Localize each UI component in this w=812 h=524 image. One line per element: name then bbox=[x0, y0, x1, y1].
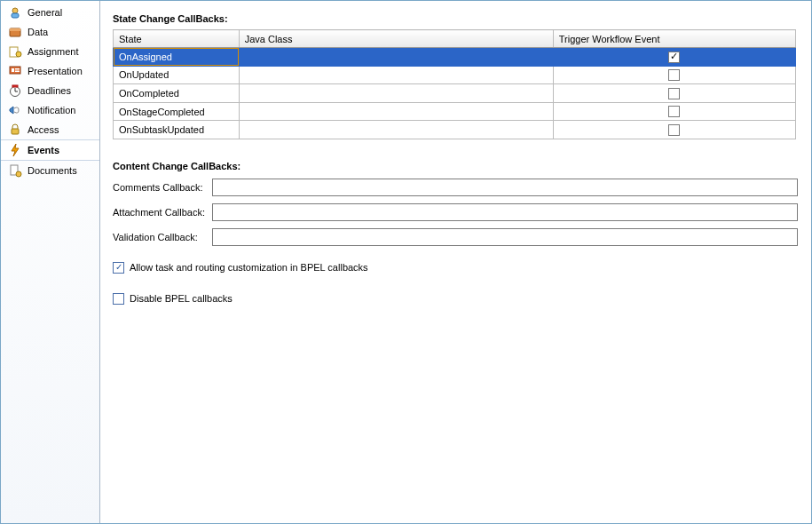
svg-rect-6 bbox=[10, 67, 20, 74]
sidebar-item-label: Assignment bbox=[28, 46, 78, 57]
svg-rect-7 bbox=[12, 68, 14, 72]
checkbox-icon[interactable]: ✓ bbox=[113, 262, 124, 274]
validation-row: Validation Callback: bbox=[113, 228, 799, 246]
sidebar-item-label: Data bbox=[28, 27, 48, 37]
cell-state[interactable]: OnAssigned bbox=[114, 48, 240, 67]
col-header-state[interactable]: State bbox=[114, 30, 240, 48]
sidebar-item-presentation[interactable]: Presentation bbox=[1, 61, 99, 81]
sidebar-item-label: Notification bbox=[28, 105, 75, 115]
checkbox-icon[interactable] bbox=[113, 293, 124, 305]
checkbox-icon[interactable] bbox=[668, 69, 680, 81]
sidebar-item-label: Events bbox=[28, 145, 59, 155]
sidebar-item-events[interactable]: Events bbox=[1, 139, 99, 161]
svg-rect-8 bbox=[15, 68, 20, 70]
cell-trigger[interactable] bbox=[553, 66, 795, 84]
content-change-title: Content Change CallBacks: bbox=[113, 161, 799, 171]
general-icon bbox=[8, 5, 22, 20]
state-change-title: State Change CallBacks: bbox=[113, 13, 799, 24]
attachment-input[interactable] bbox=[212, 203, 798, 221]
app-frame: General Data Assignment Presentation Dea… bbox=[0, 0, 812, 524]
allow-customization-label: Allow task and routing customization in … bbox=[130, 262, 368, 273]
comments-row: Comments Callback: bbox=[113, 179, 799, 196]
cell-trigger[interactable] bbox=[553, 48, 795, 67]
table-row[interactable]: OnCompleted bbox=[114, 84, 796, 103]
table-row[interactable]: OnUpdated bbox=[114, 66, 796, 84]
cell-trigger[interactable] bbox=[553, 84, 795, 103]
col-header-java[interactable]: Java Class bbox=[239, 30, 553, 48]
validation-input[interactable] bbox=[212, 228, 798, 246]
content-pane: State Change CallBacks: State Java Class… bbox=[100, 1, 811, 523]
sidebar-item-label: Deadlines bbox=[28, 85, 71, 96]
attachment-row: Attachment Callback: bbox=[113, 203, 799, 221]
checkbox-icon[interactable] bbox=[668, 106, 680, 117]
cell-state[interactable]: OnCompleted bbox=[114, 84, 240, 103]
table-row[interactable]: OnStageCompleted bbox=[114, 102, 796, 121]
checkbox-icon[interactable] bbox=[668, 88, 680, 99]
sidebar-item-general[interactable]: General bbox=[1, 3, 99, 22]
sidebar-item-access[interactable]: Access bbox=[1, 120, 99, 139]
table-row[interactable]: OnSubtaskUpdated bbox=[114, 121, 796, 139]
svg-rect-9 bbox=[15, 71, 20, 73]
cell-java[interactable] bbox=[239, 84, 553, 103]
cell-java[interactable] bbox=[239, 66, 553, 84]
sidebar-item-data[interactable]: Data bbox=[1, 22, 99, 42]
access-icon bbox=[8, 123, 22, 137]
data-icon bbox=[8, 25, 22, 39]
table-row[interactable]: OnAssigned bbox=[114, 48, 796, 67]
cell-state[interactable]: OnStageCompleted bbox=[114, 102, 240, 121]
svg-point-5 bbox=[16, 52, 21, 57]
cell-java[interactable] bbox=[239, 102, 553, 121]
checkbox-icon[interactable] bbox=[668, 52, 680, 63]
cell-state[interactable]: OnUpdated bbox=[114, 66, 240, 84]
checkbox-icon[interactable] bbox=[668, 124, 680, 136]
sidebar-item-assignment[interactable]: Assignment bbox=[1, 42, 99, 61]
attachment-label: Attachment Callback: bbox=[113, 207, 212, 218]
sidebar: General Data Assignment Presentation Dea… bbox=[1, 1, 100, 523]
sidebar-item-notification[interactable]: Notification bbox=[1, 100, 99, 120]
cell-trigger[interactable] bbox=[553, 102, 795, 121]
notification-icon bbox=[8, 103, 22, 117]
deadlines-icon bbox=[8, 83, 22, 98]
cell-java[interactable] bbox=[239, 48, 553, 67]
svg-rect-3 bbox=[10, 28, 20, 31]
presentation-icon bbox=[8, 64, 22, 78]
validation-label: Validation Callback: bbox=[113, 232, 212, 242]
col-header-trigger[interactable]: Trigger Workflow Event bbox=[553, 30, 795, 48]
events-icon bbox=[8, 143, 22, 157]
sidebar-item-label: Presentation bbox=[28, 66, 83, 76]
cell-java[interactable] bbox=[239, 121, 553, 139]
sidebar-item-label: Documents bbox=[28, 165, 77, 176]
sidebar-item-documents[interactable]: Documents bbox=[1, 161, 99, 180]
svg-rect-13 bbox=[12, 85, 18, 87]
sidebar-item-label: Access bbox=[28, 124, 59, 135]
svg-point-16 bbox=[16, 171, 21, 177]
sidebar-item-deadlines[interactable]: Deadlines bbox=[1, 81, 99, 100]
comments-label: Comments Callback: bbox=[113, 182, 212, 193]
svg-rect-1 bbox=[12, 13, 19, 18]
state-change-table[interactable]: State Java Class Trigger Workflow Event … bbox=[113, 29, 796, 139]
svg-point-0 bbox=[12, 8, 18, 13]
documents-icon bbox=[8, 163, 22, 178]
sidebar-item-label: General bbox=[28, 7, 62, 18]
disable-bpel-label: Disable BPEL callbacks bbox=[130, 293, 233, 304]
assignment-icon bbox=[8, 44, 22, 59]
comments-input[interactable] bbox=[212, 179, 798, 196]
cell-trigger[interactable] bbox=[553, 121, 795, 139]
cell-state[interactable]: OnSubtaskUpdated bbox=[114, 121, 240, 139]
svg-rect-14 bbox=[12, 129, 19, 134]
allow-customization-row[interactable]: ✓ Allow task and routing customization i… bbox=[113, 262, 799, 274]
disable-bpel-row[interactable]: Disable BPEL callbacks bbox=[113, 293, 799, 305]
